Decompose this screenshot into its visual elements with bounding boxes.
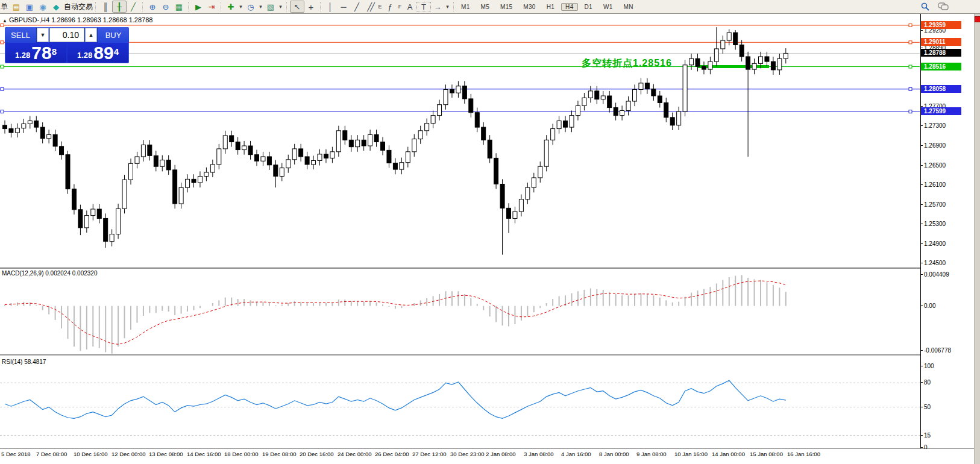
menu-fragment[interactable]: 单 [0,2,10,12]
rsi-tick: 80 [924,379,931,386]
templates-icon[interactable]: ▧ [264,1,277,12]
add-indicator-dropdown-icon[interactable]: ▾ [237,1,244,12]
buy-price-big: 89 [93,45,113,61]
time-label: 30 Dec 23:00 [450,451,485,457]
toolbar: 单 ▤ ▣ ◉ ◆ 自动交易 ║ ╂ ╱ ⊕ ⊖ ▦ ▶ ⇥ ✚ ▾ ◷ ▾ ▧… [0,0,980,14]
periods-icon[interactable]: ◷ [244,1,257,12]
vertical-line-icon[interactable]: │ [324,1,337,12]
rsi-label: RSI(14) 58.4817 [2,359,46,365]
buy-button[interactable]: BUY [98,27,129,43]
time-label: 15 Jan 08:00 [750,451,783,457]
price-tick: 1.25300 [924,221,946,227]
time-label: 19 Dec 08:00 [262,451,297,457]
macd-tick: 0.00 [924,303,935,309]
auto-scroll-icon[interactable]: ▶ [192,1,205,12]
time-label: 7 Dec 08:00 [36,451,67,457]
sell-price-big: 78 [31,45,51,61]
price-tick: 1.26100 [924,181,946,188]
arrows-icon[interactable]: → [431,1,444,12]
periods-dropdown-icon[interactable]: ▾ [257,1,264,12]
time-label: 8 Jan 00:00 [599,451,629,457]
pane-divider[interactable] [0,267,974,268]
window-edge-strip [974,14,980,464]
time-label: 12 Dec 00:00 [112,451,146,457]
timeframe-m5[interactable]: M5 [477,3,494,11]
tile-windows-icon[interactable]: ▦ [172,1,186,12]
time-label: 10 Jan 16:00 [674,451,708,457]
chart-window-icon[interactable]: ▣ [23,1,36,12]
macd-histogram [5,275,786,353]
templates-dropdown-icon[interactable]: ▾ [277,1,284,12]
zoom-out-icon[interactable]: ⊖ [159,1,172,12]
rsi-pane[interactable] [0,356,920,448]
price-axis[interactable]: 1.292501.288901.277001.273001.269001.265… [920,14,975,448]
sell-price-sup: 8 [52,43,57,61]
chat-icon[interactable] [938,2,949,11]
collapse-arrow-icon[interactable]: ▲ [2,18,7,24]
horizontal-line-icon[interactable]: ─ [337,1,350,12]
time-label: 4 Jan 16:00 [561,451,591,457]
candlestick-chart-icon[interactable]: ╂ [112,1,127,13]
level-price-label: 1.29011 [921,38,961,46]
fibonacci-icon[interactable]: ƒ [383,1,397,12]
signals-icon[interactable]: ◉ [36,1,49,12]
chart-shift-icon[interactable]: ⇥ [205,1,218,12]
turning-point-annotation[interactable]: 多空转折点1.28516 [582,57,672,69]
timeframe-m1[interactable]: M1 [457,3,474,11]
pane-divider[interactable] [0,354,974,355]
time-label: 18 Dec 00:00 [224,451,259,457]
fibonacci-sub-label: F [397,1,403,12]
macd-label: MACD(12,26,9) 0.002024 0.002320 [2,270,97,277]
time-label: 9 Jan 08:00 [636,451,667,457]
time-label: 14 Jan 00:00 [712,451,745,457]
channel-icon[interactable]: ╱╱ [363,1,377,12]
timeframe-mn[interactable]: MN [620,3,638,11]
time-label: 10 Dec 16:00 [74,451,108,457]
timeframe-m30[interactable]: M30 [519,3,539,11]
sell-button[interactable]: SELL [5,27,36,43]
new-order-icon[interactable]: ▤ [10,1,23,12]
price-tick: 1.25700 [924,201,946,208]
auto-trading-icon[interactable]: ◆ [49,1,63,12]
timeframe-d1[interactable]: D1 [580,3,597,11]
text-label-icon[interactable]: T [416,2,431,11]
trendline-icon[interactable]: ╱ [350,1,363,12]
timeframe-m15[interactable]: M15 [496,3,517,11]
separator [95,2,96,11]
arrows-dropdown-icon[interactable]: ▾ [444,1,451,12]
mt4-window: 单 ▤ ▣ ◉ ◆ 自动交易 ║ ╂ ╱ ⊕ ⊖ ▦ ▶ ⇥ ✚ ▾ ◷ ▾ ▧… [0,0,980,464]
buy-price-sup: 4 [114,43,119,61]
separator [320,2,321,11]
volume-down-button[interactable]: ▼ [37,28,49,42]
bar-chart-icon[interactable]: ║ [99,1,112,12]
crosshair-icon[interactable]: + [304,1,318,12]
volume-up-button[interactable]: ▲ [85,28,97,42]
time-axis[interactable]: 5 Dec 20187 Dec 08:0010 Dec 16:0012 Dec … [0,449,974,464]
level-price-label: 1.27599 [921,107,961,115]
time-label: 3 Jan 08:00 [524,451,554,457]
main-chart-pane[interactable]: 多空转折点1.28516 [0,14,920,267]
sell-price-display[interactable]: 1.28 78 8 [5,43,66,63]
current-price-label: 1.28788 [921,49,961,57]
search-icon[interactable] [921,2,929,11]
zoom-in-icon[interactable]: ⊕ [146,1,159,12]
add-indicator-icon[interactable]: ✚ [224,1,237,12]
time-label: 20 Dec 16:00 [300,451,334,457]
level-price-label: 1.28058 [921,85,961,93]
price-tick: 1.24900 [924,240,946,247]
timeframe-h1[interactable]: H1 [542,3,559,11]
time-label: 13 Dec 08:00 [149,451,183,457]
auto-trading-button[interactable]: 自动交易 [64,2,93,12]
macd-tick: 0.004409 [924,271,949,278]
cursor-icon[interactable]: ↖ [290,1,304,13]
timeframe-w1[interactable]: W1 [599,3,617,11]
level-price-label: 1.29359 [921,21,961,29]
time-label: 2 Jan 08:00 [486,451,516,457]
line-chart-icon[interactable]: ╱ [127,1,140,12]
volume-input[interactable]: 0.10 [49,28,84,42]
chart-title: ▲GBPUSD-,H4 1.28696 1.28963 1.28668 1.28… [2,16,152,24]
timeframe-h4[interactable]: H4 [561,3,577,11]
buy-price-display[interactable]: 1.28 89 4 [68,43,128,63]
macd-pane[interactable] [0,269,920,354]
text-icon[interactable]: A [403,1,416,12]
